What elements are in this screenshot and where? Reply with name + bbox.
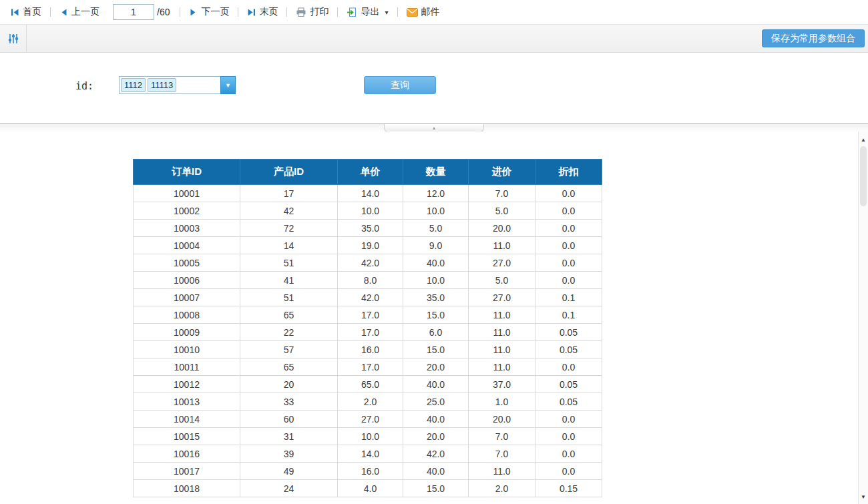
prev-page-icon <box>59 8 68 17</box>
column-header-quantity: 数量 <box>403 160 469 185</box>
table-row: 10006418.010.05.00.0 <box>134 272 602 289</box>
toolbar-separator <box>286 7 287 17</box>
table-cell: 10009 <box>134 324 240 341</box>
column-header-order-id: 订单ID <box>134 160 240 185</box>
table-cell: 27.0 <box>469 254 535 272</box>
table-row: 100116517.020.011.00.0 <box>134 358 602 376</box>
report-table: 订单ID 产品ID 单价 数量 进价 折扣 100011714.012.07.0… <box>133 159 602 497</box>
table-cell: 11.0 <box>469 324 535 341</box>
table-cell: 2.0 <box>338 393 403 411</box>
table-cell: 16.0 <box>338 463 403 480</box>
table-cell: 10.0 <box>338 202 403 220</box>
table-cell: 5.0 <box>469 202 535 220</box>
table-cell: 40.0 <box>403 411 469 428</box>
table-cell: 39 <box>240 445 338 463</box>
table-cell: 12.0 <box>403 185 469 202</box>
toolbar-separator <box>180 7 180 17</box>
vertical-scrollbar[interactable]: ▲ ▼ <box>858 132 868 504</box>
table-cell: 20.0 <box>403 428 469 445</box>
scrollbar-thumb[interactable] <box>860 146 867 206</box>
next-page-button[interactable]: 下一页 <box>189 6 229 18</box>
table-cell: 8.0 <box>338 272 403 289</box>
table-cell: 7.0 <box>469 428 535 445</box>
table-cell: 40.0 <box>403 376 469 393</box>
table-row: 100041419.09.011.00.0 <box>134 237 602 254</box>
id-dropdown-button[interactable]: ▼ <box>220 76 236 94</box>
page-total-label: /60 <box>157 7 170 17</box>
page-number-input[interactable] <box>113 4 154 20</box>
table-cell: 33 <box>240 393 338 411</box>
id-tag[interactable]: 1112 <box>121 78 146 92</box>
table-cell: 14 <box>240 237 338 254</box>
print-icon <box>296 7 306 17</box>
table-cell: 65 <box>240 358 338 376</box>
report-content: 订单ID 产品ID 单价 数量 进价 折扣 100011714.012.07.0… <box>0 132 868 504</box>
toolbar-separator <box>50 7 51 17</box>
table-cell: 27.0 <box>469 289 535 306</box>
table-cell: 42.0 <box>338 289 403 306</box>
toolbar-separator <box>337 7 338 17</box>
save-param-combo-button[interactable]: 保存为常用参数组合 <box>762 29 865 47</box>
parameter-panel-toggle[interactable] <box>0 25 27 52</box>
prev-page-button[interactable]: 上一页 <box>59 6 99 18</box>
table-row: 100011714.012.07.00.0 <box>134 185 602 202</box>
table-cell: 0.0 <box>535 428 602 445</box>
next-page-label: 下一页 <box>201 6 229 18</box>
table-body: 100011714.012.07.00.0100024210.010.05.00… <box>134 185 602 497</box>
table-cell: 15.0 <box>403 341 469 358</box>
table-cell: 10001 <box>134 185 240 202</box>
table-row: 100174916.040.011.00.0 <box>134 463 602 480</box>
mail-button[interactable]: 邮件 <box>407 6 440 18</box>
column-header-discount: 折扣 <box>535 160 602 185</box>
table-row: 100122065.040.037.00.05 <box>134 376 602 393</box>
table-cell: 10015 <box>134 428 240 445</box>
table-cell: 49 <box>240 463 338 480</box>
table-cell: 42.0 <box>403 445 469 463</box>
id-combobox: 1112 11113 ▼ <box>119 76 236 94</box>
table-cell: 31 <box>240 428 338 445</box>
table-cell: 51 <box>240 289 338 306</box>
table-cell: 24 <box>240 480 338 497</box>
table-cell: 60 <box>240 411 338 428</box>
table-cell: 11.0 <box>469 237 535 254</box>
table-cell: 0.0 <box>535 254 602 272</box>
id-tag-input[interactable]: 1112 11113 <box>119 76 220 94</box>
first-page-button[interactable]: 首页 <box>11 6 41 18</box>
table-cell: 40.0 <box>403 463 469 480</box>
export-button[interactable]: 导出 ▾ <box>347 6 388 18</box>
toolbar-separator <box>238 7 238 17</box>
mail-label: 邮件 <box>421 6 440 18</box>
id-tag[interactable]: 11113 <box>148 78 176 92</box>
mail-icon <box>407 8 418 17</box>
prev-page-label: 上一页 <box>71 6 99 18</box>
scroll-up-icon[interactable]: ▲ <box>861 137 866 143</box>
table-cell: 57 <box>240 341 338 358</box>
table-cell: 25.0 <box>403 393 469 411</box>
table-cell: 4.0 <box>338 480 403 497</box>
table-cell: 0.0 <box>535 185 602 202</box>
column-header-product-id: 产品ID <box>240 160 338 185</box>
table-cell: 7.0 <box>469 445 535 463</box>
id-label: id: <box>75 80 93 92</box>
table-header-row: 订单ID 产品ID 单价 数量 进价 折扣 <box>134 160 602 185</box>
table-cell: 0.0 <box>535 237 602 254</box>
table-cell: 0.0 <box>535 445 602 463</box>
scroll-down-icon[interactable]: ▼ <box>861 494 866 500</box>
query-button[interactable]: 查询 <box>364 76 436 94</box>
table-cell: 17.0 <box>338 358 403 376</box>
table-cell: 10.0 <box>338 428 403 445</box>
table-cell: 14.0 <box>338 185 403 202</box>
column-header-purchase-price: 进价 <box>469 160 535 185</box>
table-cell: 10014 <box>134 411 240 428</box>
table-row: 100105716.015.011.00.05 <box>134 341 602 358</box>
table-row: 100037235.05.020.00.0 <box>134 220 602 237</box>
table-cell: 10004 <box>134 237 240 254</box>
table-cell: 0.0 <box>535 202 602 220</box>
table-cell: 10007 <box>134 289 240 306</box>
table-cell: 5.0 <box>403 220 469 237</box>
table-cell: 0.0 <box>535 220 602 237</box>
table-cell: 19.0 <box>338 237 403 254</box>
toolbar-separator <box>397 7 398 17</box>
last-page-button[interactable]: 末页 <box>247 6 278 18</box>
print-button[interactable]: 打印 <box>296 6 329 18</box>
